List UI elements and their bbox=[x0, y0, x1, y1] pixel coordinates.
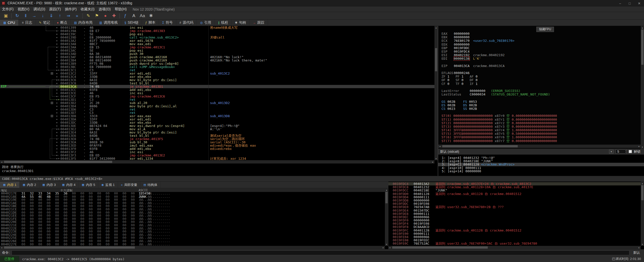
scroll-left-icon[interactable]: ◂ bbox=[388, 246, 391, 249]
minimize-button[interactable]: – bbox=[615, 0, 625, 7]
register-ebp[interactable]: EBP0019FDDC bbox=[441, 46, 557, 50]
register-ebx[interactable]: EBX00000000 bbox=[441, 36, 557, 39]
tab-trace[interactable]: →跟踪 bbox=[250, 20, 268, 26]
register-edx[interactable]: EDX00000000 bbox=[441, 43, 557, 46]
dump-tab-memory-3[interactable]: ▦内存 3 bbox=[39, 182, 59, 188]
scroll-right-icon[interactable]: ▸ bbox=[382, 246, 385, 249]
stack-row[interactable]: 0019FDF8DCBAABCD bbox=[388, 225, 641, 228]
register-eip[interactable]: EIP004013CAcrackme.004013CA bbox=[441, 64, 557, 68]
scroll-down-icon[interactable]: ▾ bbox=[385, 243, 388, 246]
scroll-left-icon[interactable]: ◂ bbox=[438, 145, 441, 148]
segments-row[interactable]: ES 002BDS 002B bbox=[441, 104, 557, 107]
scroll-thumb[interactable] bbox=[442, 145, 518, 147]
scroll-up-icon[interactable]: ▴ bbox=[641, 182, 644, 185]
patch-icon[interactable]: ✚ bbox=[110, 13, 118, 19]
menu-item-5[interactable]: 收藏夹(I) bbox=[79, 7, 97, 12]
fpu-x87r2[interactable]: ST(2) 00000000000000000000 x87r2 空 0.000… bbox=[441, 121, 557, 125]
dump-tab-watch-1[interactable]: ◉监视 1 bbox=[98, 182, 118, 188]
scroll-up-icon[interactable]: ▴ bbox=[385, 188, 388, 191]
settings-icon[interactable]: ✱ bbox=[147, 13, 155, 19]
fx-icon[interactable]: ƒ bbox=[121, 13, 130, 19]
menu-item-3[interactable]: 跟踪(T) bbox=[47, 7, 63, 12]
scroll-thumb[interactable] bbox=[385, 192, 388, 203]
font-icon[interactable]: Aa bbox=[138, 13, 147, 19]
register-eflags[interactable]: EFLAGS00000246 bbox=[441, 71, 557, 75]
spinner-down-icon[interactable]: ▾ bbox=[625, 151, 626, 153]
registers-hscrollbar[interactable]: ◂ ▸ bbox=[438, 145, 641, 148]
tab-call-stack[interactable]: ▥调用堆栈 bbox=[96, 20, 121, 26]
scroll-right-icon[interactable]: ▸ bbox=[431, 160, 434, 163]
scroll-down-icon[interactable]: ▾ bbox=[434, 157, 438, 160]
flags-row[interactable]: ZF 1PF 1AF 0 bbox=[441, 75, 557, 78]
scroll-thumb[interactable] bbox=[641, 185, 643, 200]
tab-threads[interactable]: ∥线程 bbox=[215, 20, 232, 26]
registers-vscrollbar[interactable]: ▴ ▾ bbox=[641, 26, 644, 149]
scroll-left-icon[interactable]: ◂ bbox=[0, 246, 3, 249]
fpu-x87r5[interactable]: ST(5) 3FFE8000000000000000 x87r5 空 0.500… bbox=[441, 132, 557, 136]
fpu-x87r7[interactable]: ST(7) 00000000000000000000 x87r7 空 0.000… bbox=[441, 139, 557, 143]
segments-row[interactable]: CS 0023SS 002B bbox=[441, 107, 557, 111]
command-mode-dropdown[interactable]: 默认 bbox=[631, 250, 642, 255]
tab-log[interactable]: ≡日志 bbox=[19, 20, 36, 26]
argument-count-spinner[interactable]: 5 ▴▾ bbox=[616, 149, 627, 154]
tab-seh[interactable]: §SEH链 bbox=[121, 20, 142, 26]
menu-item-6[interactable]: 选项(O) bbox=[97, 7, 113, 12]
tab-source[interactable]: #源代码 bbox=[176, 20, 197, 26]
dump-tab-memory-4[interactable]: ▦内存 4 bbox=[59, 182, 79, 188]
fpu-x87r0[interactable]: ST(0) 00000000000000000000 x87r0 空 0.000… bbox=[441, 114, 557, 118]
stack-row[interactable]: 0019FDE076E947AB返回到 user32.sub_76E94780+… bbox=[388, 205, 641, 209]
disasm-vscrollbar[interactable]: ▴ ▾ bbox=[434, 26, 438, 160]
flags-row[interactable]: OF 0SF 0DF 0 bbox=[441, 78, 557, 82]
command-input[interactable] bbox=[12, 250, 629, 255]
register-esp[interactable]: ESP0019FDC4 bbox=[441, 50, 557, 53]
menu-item-0[interactable]: 文件(F) bbox=[0, 7, 16, 12]
run-icon[interactable]: → bbox=[30, 13, 38, 19]
tab-notes[interactable]: ✎笔记 bbox=[36, 20, 54, 26]
stack-row[interactable]: 0019FDE4001507DC bbox=[388, 209, 641, 212]
maximize-button[interactable]: □ bbox=[625, 0, 634, 7]
step-over-icon[interactable]: ⇓ bbox=[47, 13, 56, 19]
menu-item-4[interactable]: 插件(P) bbox=[63, 7, 79, 12]
dump-vscrollbar[interactable]: ▴ ▾ bbox=[385, 188, 388, 246]
tab-cpu[interactable]: ▦CPU bbox=[0, 20, 19, 26]
stack-hscrollbar[interactable]: ◂ ▸ bbox=[388, 246, 641, 249]
laststatus-row[interactable]: LastStatusC0000034 (STATUS_OBJECT_NAME_N… bbox=[441, 93, 557, 96]
disasm-row[interactable]: 004013F5.81F7 34120000xor edi,1234计算完成后:… bbox=[0, 157, 434, 160]
stack-row[interactable]: 0019FDD000401128返回到 crackme.sub_401128 自… bbox=[388, 192, 641, 195]
stack-row[interactable]: 0019FDE800000111 bbox=[388, 212, 641, 215]
highlight-icon[interactable]: A bbox=[130, 13, 138, 19]
argument-row[interactable]: 5: [esp+14] 00000000 bbox=[438, 170, 644, 173]
pause-icon[interactable]: ‖ bbox=[21, 13, 30, 19]
flags-row[interactable]: CF 0TF 0IF 1 bbox=[441, 82, 557, 86]
stack-row[interactable]: 0019FDCC0040218E"JUNK" bbox=[388, 189, 641, 192]
step-into-icon[interactable]: ↓ bbox=[38, 13, 47, 19]
scroll-right-icon[interactable]: ▸ bbox=[637, 246, 641, 249]
register-ecx[interactable]: ECX76E80170<user32.sub_76E80170> bbox=[441, 39, 557, 43]
scroll-thumb[interactable] bbox=[435, 48, 437, 71]
trace-into-icon[interactable]: » bbox=[73, 13, 81, 19]
unlock-checkbox[interactable] bbox=[629, 150, 632, 153]
fpu-x87r6[interactable]: ST(6) 3FFF8000000000000000 x87r6 空 1.000… bbox=[441, 136, 557, 139]
dump-hscrollbar[interactable]: ◂ ▸ bbox=[0, 246, 385, 249]
menu-item-1[interactable]: 视图(V) bbox=[16, 7, 31, 12]
disasm-hscrollbar[interactable]: ◂ ▸ bbox=[0, 160, 434, 163]
hide-fpu-button[interactable]: 隐藏FPU bbox=[536, 27, 554, 32]
open-file-icon[interactable]: ▣ bbox=[2, 13, 10, 19]
scroll-down-icon[interactable]: ▾ bbox=[641, 243, 644, 246]
spinner-up-icon[interactable]: ▴ bbox=[625, 150, 626, 151]
tab-references[interactable]: ◎引用 bbox=[197, 20, 215, 26]
register-edi[interactable]: EDI00000138L'K' bbox=[441, 57, 557, 60]
breakpoint-icon[interactable]: ● bbox=[101, 13, 110, 19]
scroll-right-icon[interactable]: ▸ bbox=[637, 145, 641, 148]
scroll-thumb[interactable] bbox=[4, 161, 112, 163]
fpu-x87r3[interactable]: ST(3) 00000000000000000000 x87r3 空 0.000… bbox=[441, 125, 557, 128]
register-eax[interactable]: EAX00000000 bbox=[441, 32, 557, 36]
stack-vscrollbar[interactable]: ▴ ▾ bbox=[641, 182, 644, 246]
stack-row[interactable]: 0019FDD400000111 bbox=[388, 195, 641, 199]
scroll-up-icon[interactable]: ▴ bbox=[641, 26, 644, 29]
scroll-thumb[interactable] bbox=[641, 29, 643, 65]
scroll-left-icon[interactable]: ◂ bbox=[0, 160, 3, 163]
comment-icon[interactable]: ✎ bbox=[84, 13, 93, 19]
dump-tab-locals[interactable]: ≡局部变量 bbox=[118, 182, 140, 188]
dump-tab-memory-2[interactable]: ▦内存 2 bbox=[20, 182, 39, 188]
